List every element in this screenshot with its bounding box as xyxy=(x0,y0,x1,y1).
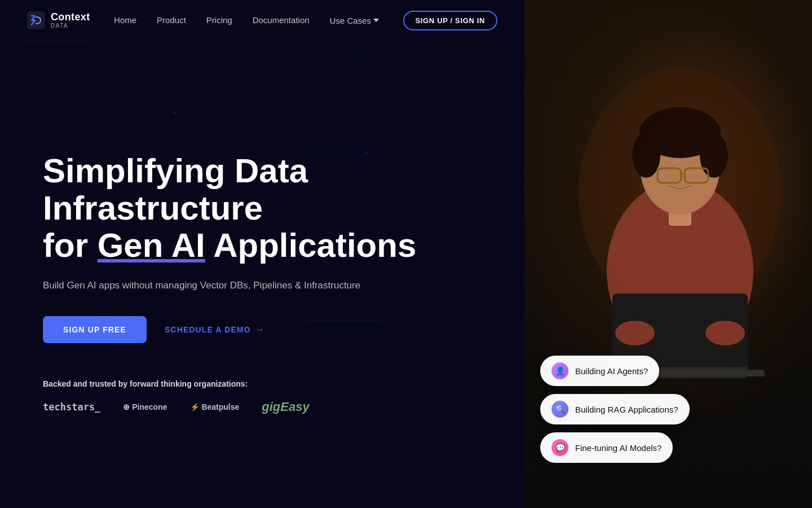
hero-section: Context DATA Home Product Pricing Docume… xyxy=(0,0,812,508)
nav-pricing[interactable]: Pricing xyxy=(206,15,232,25)
svg-rect-19 xyxy=(0,73,45,74)
nav-docs[interactable]: Documentation xyxy=(253,15,310,25)
chevron-down-icon xyxy=(373,19,379,22)
nav-usecases[interactable]: Use Cases xyxy=(330,16,379,25)
brand-name: Context xyxy=(51,12,90,23)
chat-bubble-3: 💬 Fine-tuning AI Models? xyxy=(540,432,673,463)
navbar: Context DATA Home Product Pricing Docume… xyxy=(0,0,524,41)
headline-line2: for Gen AI Applications xyxy=(43,226,416,264)
hero-headline: Simplifying Data Infrastructure for Gen … xyxy=(43,152,426,264)
chat-bubbles-container: 👤 Building AI Agents? 🔍 Building RAG App… xyxy=(540,356,796,463)
hero-cta-row: SIGN UP FREE SCHEDULE A DEMO → xyxy=(43,316,491,343)
svg-rect-23 xyxy=(27,11,45,29)
bubble-icon-3: 💬 xyxy=(551,439,568,456)
svg-point-38 xyxy=(705,321,745,345)
bubble-icon-1: 👤 xyxy=(551,362,568,379)
trusted-label: Backed and trusted by forward thinking o… xyxy=(43,379,491,388)
bubble-icon-2: 🔍 xyxy=(551,401,568,418)
logo-link[interactable]: Context DATA xyxy=(27,11,90,29)
hero-left-panel: Context DATA Home Product Pricing Docume… xyxy=(0,0,524,508)
arrow-right-icon: → xyxy=(255,325,265,335)
logo-text: Context DATA xyxy=(51,12,90,29)
svg-point-30 xyxy=(700,133,728,178)
bubble-text-1: Building AI Agents? xyxy=(575,366,648,376)
partner-logos: techstars_ ⊕ Pinecone ⚡ Beatpulse gigEas… xyxy=(43,400,491,414)
brand-sub: DATA xyxy=(51,23,90,29)
svg-point-37 xyxy=(615,321,655,345)
hero-subtext: Build Gen AI apps without managing Vecto… xyxy=(43,280,491,291)
bubble-text-2: Building RAG Applications? xyxy=(575,405,678,414)
pinecone-logo: ⊕ Pinecone xyxy=(123,402,167,411)
svg-rect-13 xyxy=(174,112,176,114)
bubble-text-3: Fine-tuning AI Models? xyxy=(575,443,661,453)
nav-product[interactable]: Product xyxy=(157,15,186,25)
logo-icon xyxy=(27,11,45,29)
schedule-demo-button[interactable]: SCHEDULE A DEMO → xyxy=(165,325,265,335)
signup-free-button[interactable]: SIGN UP FREE xyxy=(43,316,147,343)
hero-content: Simplifying Data Infrastructure for Gen … xyxy=(43,152,491,414)
nav-links: Home Product Pricing Documentation Use C… xyxy=(114,15,379,25)
svg-rect-12 xyxy=(95,55,97,58)
nav-home[interactable]: Home xyxy=(114,15,136,25)
techstars-logo: techstars_ xyxy=(43,401,100,413)
signup-button[interactable]: SIGN UP / SIGN IN xyxy=(403,11,498,30)
svg-point-29 xyxy=(632,133,660,178)
gigeasy-logo: gigEasy xyxy=(262,400,309,414)
chat-bubble-1: 👤 Building AI Agents? xyxy=(540,356,659,386)
hero-right-panel: 👤 Building AI Agents? 🔍 Building RAG App… xyxy=(524,0,812,508)
beatpulse-logo: ⚡ Beatpulse xyxy=(190,402,240,411)
svg-rect-16 xyxy=(23,41,90,41)
person-illustration xyxy=(562,34,798,384)
chat-bubble-2: 🔍 Building RAG Applications? xyxy=(540,394,690,424)
